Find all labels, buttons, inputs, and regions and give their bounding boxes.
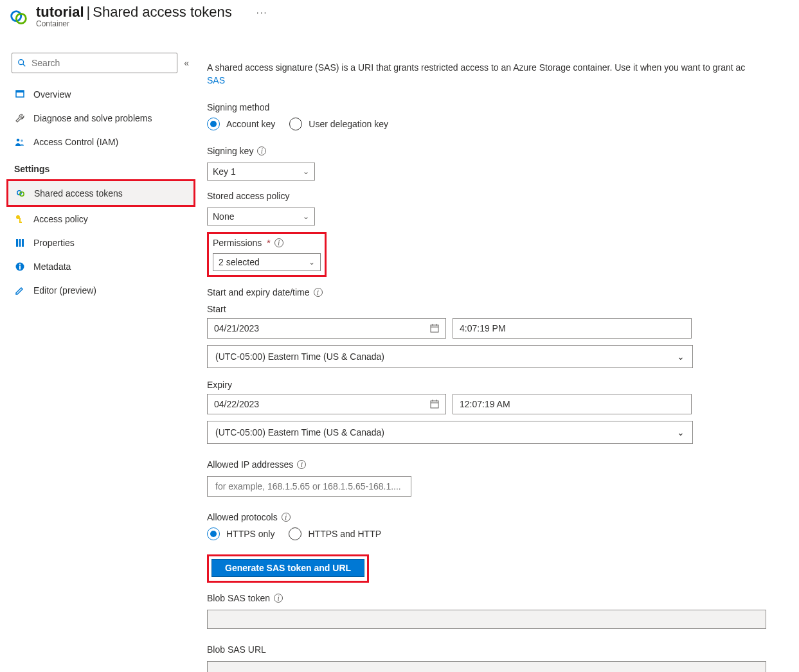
chevron-down-icon: ⌄ <box>303 167 309 176</box>
highlight-generate-button: Generate SAS token and URL <box>207 554 369 583</box>
label-signing-key: Signing keyi <box>207 146 795 156</box>
sidebar-item-label: Access Control (IAM) <box>33 137 118 147</box>
chevron-down-icon: ⌄ <box>677 351 685 362</box>
select-signing-key[interactable]: Key 1⌄ <box>207 163 315 181</box>
sas-link[interactable]: SAS <box>207 75 225 85</box>
sidebar-item-properties[interactable]: Properties <box>6 231 194 254</box>
radio-https-only[interactable]: HTTPS only <box>207 527 274 540</box>
svg-rect-15 <box>22 239 24 247</box>
main-content: A shared access signature (SAS) is a URI… <box>194 31 795 672</box>
info-icon <box>14 261 26 272</box>
edit-icon <box>14 285 26 296</box>
svg-line-3 <box>23 64 26 67</box>
input-start-date[interactable]: 04/21/2023 <box>207 318 446 339</box>
label-allowed-protocols: Allowed protocolsi <box>207 512 795 522</box>
info-icon[interactable]: i <box>282 513 291 522</box>
svg-point-2 <box>19 60 24 65</box>
sidebar: « Overview Diagnose and solve problems A… <box>4 31 194 672</box>
info-icon[interactable]: i <box>257 146 266 155</box>
svg-rect-12 <box>19 222 22 223</box>
label-signing-method: Signing method <box>207 102 795 112</box>
select-expiry-timezone[interactable]: (UTC-05:00) Eastern Time (US & Canada)⌄ <box>207 421 693 444</box>
wrench-icon <box>14 113 26 123</box>
people-icon <box>14 137 26 147</box>
sidebar-section-settings: Settings <box>6 154 194 179</box>
radio-user-delegation-key[interactable]: User delegation key <box>289 118 388 130</box>
output-blob-sas-token[interactable] <box>207 610 766 629</box>
sidebar-item-overview[interactable]: Overview <box>6 82 194 106</box>
label-allowed-ip: Allowed IP addressesi <box>207 459 795 470</box>
generate-sas-button[interactable]: Generate SAS token and URL <box>211 559 364 577</box>
input-expiry-date[interactable]: 04/22/2023 <box>207 394 446 414</box>
radio-https-and-http[interactable]: HTTPS and HTTP <box>289 527 381 540</box>
label-blob-sas-url: Blob SAS URL <box>207 644 795 655</box>
input-expiry-time[interactable]: 12:07:19 AM <box>453 394 692 414</box>
label-start: Start <box>207 304 795 314</box>
sidebar-item-metadata[interactable]: Metadata <box>6 254 194 278</box>
info-icon[interactable]: i <box>314 288 323 297</box>
link-icon <box>15 188 26 199</box>
sidebar-item-label: Properties <box>33 238 75 248</box>
sidebar-item-label: Access policy <box>33 214 88 224</box>
label-stored-policy: Stored access policy <box>207 191 795 201</box>
container-icon <box>5 4 32 31</box>
sidebar-item-iam[interactable]: Access Control (IAM) <box>6 130 194 154</box>
sidebar-item-editor[interactable]: Editor (preview) <box>6 278 194 302</box>
label-blob-sas-token: Blob SAS tokeni <box>207 593 795 603</box>
chevron-down-icon: ⌄ <box>677 427 685 438</box>
svg-rect-19 <box>431 325 438 332</box>
calendar-icon <box>430 324 439 333</box>
sidebar-item-label: Metadata <box>33 261 71 272</box>
svg-rect-5 <box>16 91 24 93</box>
output-blob-sas-url[interactable] <box>207 661 766 672</box>
header-subtitle: Container <box>36 19 267 28</box>
overview-icon <box>14 89 26 100</box>
sidebar-item-label: Shared access tokens <box>34 188 123 199</box>
sidebar-item-label: Diagnose and solve problems <box>33 113 152 123</box>
svg-point-6 <box>17 138 20 141</box>
info-icon[interactable]: i <box>297 460 306 469</box>
svg-point-7 <box>21 139 23 142</box>
calendar-icon <box>430 400 439 409</box>
label-permissions: Permissions*i <box>213 238 321 248</box>
key-icon <box>14 214 26 224</box>
label-start-expiry: Start and expiry date/timei <box>207 287 795 297</box>
properties-icon <box>14 238 26 248</box>
svg-rect-17 <box>19 265 21 269</box>
chevron-down-icon: ⌄ <box>303 212 309 221</box>
select-stored-policy[interactable]: None⌄ <box>207 208 315 225</box>
sidebar-item-label: Overview <box>33 89 71 100</box>
page-title: tutorial | Shared access tokens ··· <box>36 4 267 21</box>
sidebar-item-access-policy[interactable]: Access policy <box>6 207 194 231</box>
highlight-permissions: Permissions*i 2 selected⌄ <box>207 232 327 277</box>
more-actions-button[interactable]: ··· <box>256 7 268 17</box>
chevron-down-icon: ⌄ <box>309 258 315 267</box>
search-input[interactable] <box>12 53 177 73</box>
sidebar-item-shared-access-tokens[interactable]: Shared access tokens <box>8 181 193 205</box>
sidebar-item-diagnose[interactable]: Diagnose and solve problems <box>6 106 194 130</box>
highlight-shared-access-tokens: Shared access tokens <box>6 179 195 207</box>
info-icon[interactable]: i <box>274 594 283 603</box>
search-icon <box>17 58 26 67</box>
page-header: tutorial | Shared access tokens ··· Cont… <box>0 0 799 31</box>
svg-point-18 <box>19 263 21 265</box>
svg-rect-13 <box>16 239 18 247</box>
collapse-sidebar-button[interactable]: « <box>184 58 189 68</box>
sidebar-item-label: Editor (preview) <box>33 285 96 296</box>
input-allowed-ip[interactable] <box>207 476 411 497</box>
radio-account-key[interactable]: Account key <box>207 118 275 130</box>
select-start-timezone[interactable]: (UTC-05:00) Eastern Time (US & Canada)⌄ <box>207 345 693 368</box>
label-expiry: Expiry <box>207 380 795 390</box>
select-permissions[interactable]: 2 selected⌄ <box>213 253 321 271</box>
svg-rect-23 <box>431 401 438 408</box>
intro-text: A shared access signature (SAS) is a URI… <box>207 61 795 87</box>
info-icon[interactable]: i <box>274 238 283 247</box>
svg-rect-14 <box>19 239 21 247</box>
input-start-time[interactable]: 4:07:19 PM <box>453 318 692 339</box>
